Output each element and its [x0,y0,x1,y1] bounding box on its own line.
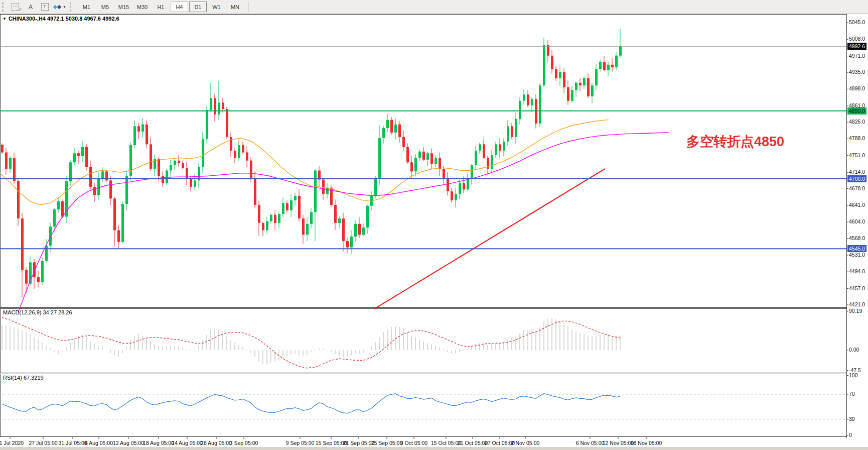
time-tick-label: 28 Aug 05:00 [201,440,232,446]
symbol-ohlc-text: CHINA300-,H4 4972.1 5030.8 4967.6 4992.6 [9,16,119,22]
rsi-tick-label: 100 [849,372,858,378]
price-tick-label: 4935.0 [849,69,865,75]
price-tick-label: 4457.0 [849,285,865,291]
price-tick-label: 4714.0 [849,169,865,175]
rsi-tick-label: 30 [849,416,855,422]
price-level-chip: 4850.0 [847,107,866,115]
price-tick-label: 4568.0 [849,235,865,241]
price-tick-label: 4751.0 [849,152,865,158]
timeframe-toolbar: M1M5M15M30H1H4D1W1MN [77,2,249,12]
drawing-toolbar: ⋯FAT▼ [10,2,68,13]
chart-canvas[interactable] [0,0,868,450]
time-tick-label: 21 Sep 05:00 [343,440,374,446]
price-tick-label: 4531.0 [849,252,865,258]
time-tick-label: 12 Aug 05:00 [113,440,144,446]
timeframe-button-W1[interactable]: W1 [208,2,225,12]
chart-text-annotation[interactable]: 多空转折点4850 [686,133,784,151]
arrow-shape-icon [57,5,61,9]
time-tick-label: 15 Sep 05:00 [316,440,347,446]
chart-title: ▼ CHINA300-,H4 4972.1 5030.8 4967.6 4992… [3,16,119,22]
price-level-chip: 4545.0 [847,245,866,252]
text-box-tool-button[interactable]: T [39,2,51,13]
price-tick-label: 4641.0 [849,202,865,208]
rsi-tick-label: 70 [849,391,855,397]
price-tick-label: 4494.0 [849,268,865,274]
price-tick-label: 4604.0 [849,218,865,224]
time-tick-label: 2 Nov 05:00 [511,440,540,446]
mt4-chart-window: ⋯FAT▼ M1M5M15M30H1H4D1W1MN ▼ CHINA300-,H… [0,0,868,450]
dropdown-caret-icon: ▼ [63,5,66,9]
timeframe-button-D1[interactable]: D1 [189,2,207,12]
price-level-chip: 4992.6 [847,43,866,50]
price-level-chip: 4700.0 [847,175,866,182]
time-tick-label: 21 Oct 05:00 [458,440,488,446]
macd-indicator-label: MACD(12,26,9) 34.27 28.26 [3,309,72,315]
time-tick-label: 12 Nov 05:00 [603,440,634,446]
window-bottom-edge [0,447,868,450]
price-tick-label: 4421.0 [849,301,865,307]
time-tick-label: 9 Oct 05:00 [400,440,427,446]
dashed-grid-icon: ⋯ [12,3,19,11]
text-label-tool-button[interactable]: A [25,2,37,13]
time-tick-label: 3 Sep 05:00 [230,440,258,446]
time-tick-label: 27 Oct 05:00 [485,440,515,446]
timeframe-button-H1[interactable]: H1 [152,2,170,12]
time-tick-label: 6 Aug 05:00 [85,440,113,446]
timeframe-button-M5[interactable]: M5 [96,2,114,12]
price-tick-label: 4788.0 [849,135,865,141]
time-tick-label: 9 Sep 05:00 [286,440,315,446]
time-tick-label: 24 Aug 05:00 [172,440,203,446]
time-tick-label: 21 Jul 2020 [0,440,24,446]
price-tick-label: 5045.0 [849,19,865,25]
price-tick-label: 5008.0 [849,36,865,42]
time-tick-label: 18 Aug 05:00 [143,440,174,446]
macd-tick-label: 90.19 [849,308,862,314]
toolbar: ⋯FAT▼ M1M5M15M30H1H4D1W1MN [0,0,868,14]
ohlc-toggle-icon[interactable]: ▼ [3,17,7,21]
time-tick-label: 27 Jul 05:00 [29,440,57,446]
toolbar-grip-icon[interactable] [2,3,7,12]
timeframe-grip-icon[interactable] [70,3,74,12]
time-tick-label: 31 Jul 05:00 [58,440,87,446]
timeframe-button-M15[interactable]: M15 [115,2,132,12]
time-tick-label: 15 Oct 05:00 [431,440,461,446]
rsi-tick-label: 0 [849,432,852,438]
chart-shift-tool-button[interactable]: ⋯F [11,2,23,13]
timeframe-button-H4[interactable]: H4 [171,2,188,12]
price-tick-label: 4825.0 [849,119,865,125]
time-tick-label: 25 Sep 05:00 [371,440,402,446]
time-tick-label: 18 Nov 05:00 [631,440,662,446]
macd-tick-label: 0.00 [849,347,859,353]
timeframe-button-MN[interactable]: MN [226,2,244,12]
price-tick-label: 4678.0 [849,185,865,191]
timeframe-button-M1[interactable]: M1 [78,2,95,12]
text-box-icon: T [41,3,49,11]
timeframe-button-M30[interactable]: M30 [133,2,151,12]
price-tick-label: 4971.0 [849,53,865,59]
time-tick-label: 6 Nov 05:00 [576,440,605,446]
rsi-indicator-label: RSI(14) 67.3219 [3,375,44,381]
arrow-objects-tool-button[interactable]: ▼ [53,2,67,13]
price-tick-label: 4898.0 [849,85,865,91]
